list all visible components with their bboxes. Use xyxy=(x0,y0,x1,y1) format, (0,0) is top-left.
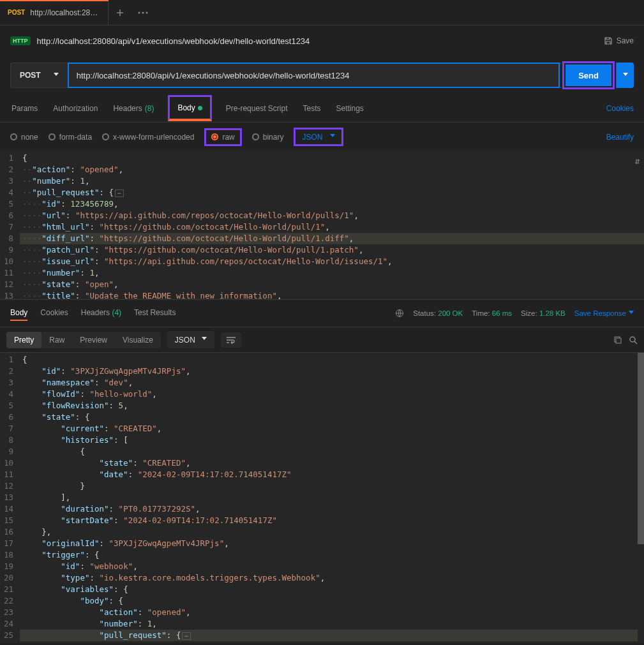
scroll-thumb[interactable] xyxy=(638,353,644,544)
resp-tab-cookies[interactable]: Cookies xyxy=(40,306,68,321)
svg-point-0 xyxy=(139,11,140,13)
status-value: 200 OK xyxy=(438,309,463,317)
resp-tab-body[interactable]: Body xyxy=(10,306,27,321)
raw-label: raw xyxy=(222,133,234,142)
status-label: Status: xyxy=(413,309,436,317)
svg-rect-5 xyxy=(616,338,621,343)
wrap-lines-button[interactable] xyxy=(221,332,241,348)
send-dropdown-button[interactable] xyxy=(616,63,634,88)
chevron-down-icon xyxy=(202,335,207,345)
resp-tab-results[interactable]: Test Results xyxy=(134,306,176,321)
request-body-editor[interactable]: 12345678910111213 {··"action": "opened",… xyxy=(0,151,644,299)
tab-params[interactable]: Params xyxy=(10,101,39,115)
code-content[interactable]: { "id": "3PXJjZGwqAgpeMTv4JRPjs", "names… xyxy=(20,353,644,643)
response-body-editor[interactable]: 1234567891011121314151617181920212223242… xyxy=(0,353,644,643)
view-raw[interactable]: Raw xyxy=(41,332,72,348)
new-tab-button[interactable] xyxy=(109,8,131,17)
response-format-select[interactable]: JSON xyxy=(167,331,214,348)
body-label: Body xyxy=(177,103,195,112)
time-value: 66 ms xyxy=(492,309,512,317)
tab-bar: POST http://localhost:28080/a xyxy=(0,0,644,26)
body-raw-radio[interactable]: raw xyxy=(211,133,234,142)
dot-icon xyxy=(198,106,202,110)
svg-point-1 xyxy=(142,11,144,13)
method-select[interactable]: POST xyxy=(10,63,68,88)
format-label: JSON xyxy=(175,336,195,345)
response-view-row: Pretty Raw Preview Visualize JSON xyxy=(0,327,644,353)
body-type-row: none form-data x-www-form-urlencoded raw… xyxy=(0,122,644,151)
cookies-link[interactable]: Cookies xyxy=(606,104,634,113)
radio-icon xyxy=(10,133,17,140)
resize-handle-icon[interactable]: ⇵ xyxy=(635,155,640,167)
radio-icon xyxy=(252,133,259,140)
tab-tests[interactable]: Tests xyxy=(301,101,322,115)
url-input[interactable] xyxy=(68,63,560,88)
save-button[interactable]: Save xyxy=(604,36,634,45)
tab-title-label: http://localhost:28080/a xyxy=(30,8,100,17)
code-content[interactable]: {··"action": "opened",··"number": 1,··"p… xyxy=(20,151,644,299)
http-badge-icon: HTTP xyxy=(10,36,31,45)
svg-point-6 xyxy=(630,337,635,342)
copy-button[interactable] xyxy=(613,336,622,345)
tab-headers[interactable]: Headers (8) xyxy=(112,101,155,115)
body-binary-radio[interactable]: binary xyxy=(252,133,284,142)
tab-overflow-button[interactable] xyxy=(131,11,154,14)
none-label: none xyxy=(21,133,38,142)
title-row: HTTP http://localhost:28080/api/v1/execu… xyxy=(0,26,644,56)
search-icon xyxy=(629,336,638,345)
chevron-down-icon xyxy=(629,309,634,318)
save-response-label: Save Response xyxy=(574,309,626,317)
tab-authorization[interactable]: Authorization xyxy=(52,101,99,115)
save-label: Save xyxy=(617,36,634,45)
save-response-button[interactable]: Save Response xyxy=(574,309,634,318)
search-button[interactable] xyxy=(629,336,638,345)
save-icon xyxy=(604,36,613,45)
globe-icon[interactable] xyxy=(395,309,404,318)
line-gutter: 12345678910111213 xyxy=(0,151,20,299)
request-title: http://localhost:28080/api/v1/executions… xyxy=(37,36,310,46)
request-tab[interactable]: POST http://localhost:28080/a xyxy=(0,0,109,26)
beautify-button[interactable]: Beautify xyxy=(606,133,634,142)
radio-icon xyxy=(211,133,218,140)
headers-count: (8) xyxy=(145,104,154,113)
raw-highlight: raw xyxy=(204,128,241,146)
json-label: JSON xyxy=(302,133,322,142)
method-label: POST xyxy=(20,71,41,80)
tab-body-highlight: Body xyxy=(168,95,211,121)
tab-method-label: POST xyxy=(8,9,25,16)
request-tabs: Params Authorization Headers (8) Body Pr… xyxy=(0,94,644,122)
radio-icon xyxy=(102,133,109,140)
resp-tab-headers[interactable]: Headers (4) xyxy=(81,306,121,321)
time-label: Time: xyxy=(472,309,490,317)
body-format-select[interactable]: JSON xyxy=(294,128,343,146)
body-none-radio[interactable]: none xyxy=(10,133,38,142)
line-gutter: 1234567891011121314151617181920212223242… xyxy=(0,353,20,643)
wrap-icon xyxy=(226,336,236,344)
xwww-label: x-www-form-urlencoded xyxy=(113,133,194,142)
resp-headers-label: Headers xyxy=(81,308,110,317)
view-pretty[interactable]: Pretty xyxy=(6,332,41,348)
body-formdata-radio[interactable]: form-data xyxy=(49,133,92,142)
view-visualize[interactable]: Visualize xyxy=(115,332,161,348)
tab-prerequest[interactable]: Pre-request Script xyxy=(225,101,289,115)
tab-body[interactable]: Body xyxy=(176,101,203,115)
response-header: Body Cookies Headers (4) Test Results St… xyxy=(0,299,644,327)
scrollbar[interactable] xyxy=(638,353,644,643)
resp-headers-count: (4) xyxy=(112,308,121,317)
send-button[interactable]: Send xyxy=(565,64,611,86)
radio-icon xyxy=(49,133,56,140)
chevron-down-icon xyxy=(623,71,628,80)
chevron-down-icon xyxy=(54,71,59,80)
send-highlight: Send xyxy=(562,61,615,89)
body-xwww-radio[interactable]: x-www-form-urlencoded xyxy=(102,133,194,142)
binary-label: binary xyxy=(263,133,284,142)
formdata-label: form-data xyxy=(59,133,92,142)
chevron-down-icon xyxy=(330,132,335,142)
copy-icon xyxy=(613,336,622,345)
size-value: 1.28 KB xyxy=(539,309,565,317)
headers-label: Headers xyxy=(113,104,142,113)
tab-settings[interactable]: Settings xyxy=(335,101,365,115)
view-mode-group: Pretty Raw Preview Visualize xyxy=(6,332,161,348)
view-preview[interactable]: Preview xyxy=(72,332,115,348)
url-row: POST Send xyxy=(0,56,644,94)
